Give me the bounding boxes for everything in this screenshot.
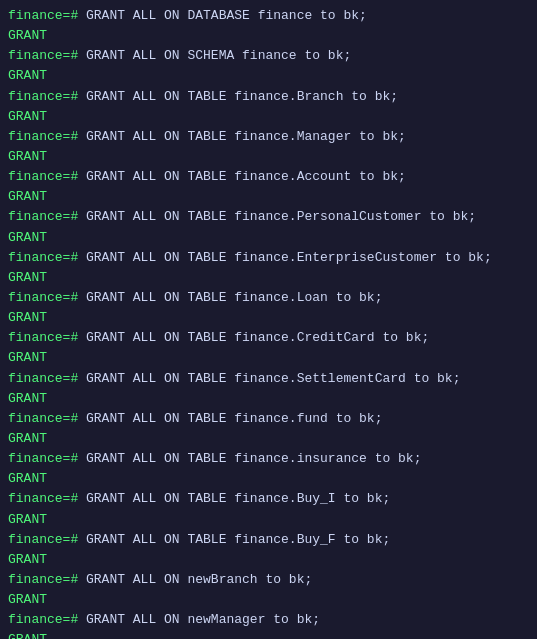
command-line: finance=# GRANT ALL ON TABLE finance.Set… [8, 369, 529, 389]
command-line: finance=# GRANT ALL ON TABLE finance.Acc… [8, 167, 529, 187]
command-line: finance=# GRANT ALL ON TABLE finance.Per… [8, 207, 529, 227]
prompt-text: finance=# [8, 612, 86, 627]
response-line: GRANT [8, 348, 529, 368]
response-line: GRANT [8, 107, 529, 127]
prompt-text: finance=# [8, 8, 86, 23]
command-line: finance=# GRANT ALL ON TABLE finance.Bra… [8, 87, 529, 107]
prompt-text: finance=# [8, 89, 86, 104]
command-line: finance=# GRANT ALL ON DATABASE finance … [8, 6, 529, 26]
command-text: GRANT ALL ON TABLE finance.fund to bk; [86, 411, 382, 426]
response-line: GRANT [8, 228, 529, 248]
command-text: GRANT ALL ON newBranch to bk; [86, 572, 312, 587]
prompt-text: finance=# [8, 451, 86, 466]
command-text: GRANT ALL ON TABLE finance.Account to bk… [86, 169, 406, 184]
command-line: finance=# GRANT ALL ON TABLE finance.Loa… [8, 288, 529, 308]
response-line: GRANT [8, 590, 529, 610]
prompt-text: finance=# [8, 129, 86, 144]
prompt-text: finance=# [8, 250, 86, 265]
command-text: GRANT ALL ON TABLE finance.SettlementCar… [86, 371, 460, 386]
response-line: GRANT [8, 550, 529, 570]
prompt-text: finance=# [8, 209, 86, 224]
command-text: GRANT ALL ON TABLE finance.insurance to … [86, 451, 421, 466]
terminal-output: finance=# GRANT ALL ON DATABASE finance … [8, 6, 529, 639]
response-line: GRANT [8, 66, 529, 86]
command-text: GRANT ALL ON TABLE finance.Manager to bk… [86, 129, 406, 144]
response-line: GRANT [8, 26, 529, 46]
response-line: GRANT [8, 389, 529, 409]
response-line: GRANT [8, 469, 529, 489]
prompt-text: finance=# [8, 290, 86, 305]
prompt-text: finance=# [8, 169, 86, 184]
prompt-text: finance=# [8, 48, 86, 63]
command-text: GRANT ALL ON SCHEMA finance to bk; [86, 48, 351, 63]
command-text: GRANT ALL ON TABLE finance.Loan to bk; [86, 290, 382, 305]
command-line: finance=# GRANT ALL ON newBranch to bk; [8, 570, 529, 590]
command-line: finance=# GRANT ALL ON newManager to bk; [8, 610, 529, 630]
response-line: GRANT [8, 268, 529, 288]
terminal-window: finance=# GRANT ALL ON DATABASE finance … [0, 0, 537, 639]
prompt-text: finance=# [8, 371, 86, 386]
prompt-text: finance=# [8, 330, 86, 345]
prompt-text: finance=# [8, 532, 86, 547]
command-text: GRANT ALL ON TABLE finance.EnterpriseCus… [86, 250, 492, 265]
command-line: finance=# GRANT ALL ON TABLE finance.ins… [8, 449, 529, 469]
response-line: GRANT [8, 510, 529, 530]
response-line: GRANT [8, 429, 529, 449]
response-line: GRANT [8, 630, 529, 639]
command-text: GRANT ALL ON TABLE finance.Buy_I to bk; [86, 491, 390, 506]
response-line: GRANT [8, 187, 529, 207]
command-text: GRANT ALL ON DATABASE finance to bk; [86, 8, 367, 23]
command-line: finance=# GRANT ALL ON TABLE finance.Buy… [8, 530, 529, 550]
command-line: finance=# GRANT ALL ON TABLE finance.fun… [8, 409, 529, 429]
command-text: GRANT ALL ON newManager to bk; [86, 612, 320, 627]
command-text: GRANT ALL ON TABLE finance.Buy_F to bk; [86, 532, 390, 547]
command-line: finance=# GRANT ALL ON TABLE finance.Buy… [8, 489, 529, 509]
command-text: GRANT ALL ON TABLE finance.CreditCard to… [86, 330, 429, 345]
response-line: GRANT [8, 147, 529, 167]
response-line: GRANT [8, 308, 529, 328]
prompt-text: finance=# [8, 572, 86, 587]
command-text: GRANT ALL ON TABLE finance.PersonalCusto… [86, 209, 476, 224]
command-line: finance=# GRANT ALL ON TABLE finance.Man… [8, 127, 529, 147]
prompt-text: finance=# [8, 491, 86, 506]
command-line: finance=# GRANT ALL ON TABLE finance.Cre… [8, 328, 529, 348]
command-line: finance=# GRANT ALL ON SCHEMA finance to… [8, 46, 529, 66]
prompt-text: finance=# [8, 411, 86, 426]
command-line: finance=# GRANT ALL ON TABLE finance.Ent… [8, 248, 529, 268]
command-text: GRANT ALL ON TABLE finance.Branch to bk; [86, 89, 398, 104]
